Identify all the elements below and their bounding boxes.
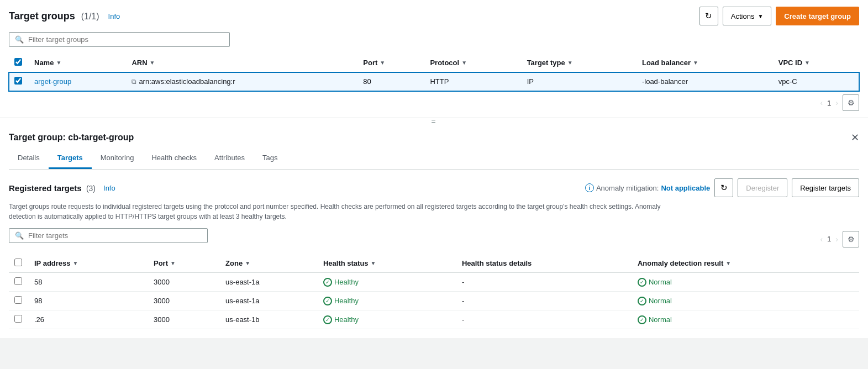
target-type-sort-icon[interactable]: ▼ <box>567 60 573 66</box>
anomaly-sort-icon[interactable]: ▼ <box>725 260 731 266</box>
section-actions: i Anomaly mitigation: Not applicable ↻ D… <box>585 178 859 197</box>
table-settings-button[interactable]: ⚙ <box>843 94 859 111</box>
target-row[interactable]: 98 3000 us-east-1a ✓ Healthy - ✓ Normal <box>9 292 859 310</box>
detail-panel: Target group: cb-target-group ✕ Details … <box>0 125 868 338</box>
prev-page-button[interactable]: ‹ <box>820 98 823 107</box>
panel-header: Target group: cb-target-group ✕ <box>0 125 868 144</box>
target-zone: us-east-1a <box>220 273 318 292</box>
tab-monitoring[interactable]: Monitoring <box>92 148 143 169</box>
row-checkbox[interactable] <box>14 77 22 85</box>
anomaly-info-icon: i <box>585 183 594 192</box>
tab-details[interactable]: Details <box>9 148 49 169</box>
target-row[interactable]: 58 3000 us-east-1a ✓ Healthy - ✓ Normal <box>9 273 859 292</box>
col-health-details: Health status details <box>456 254 632 273</box>
section-title: Registered targets (3) <box>9 183 96 193</box>
target-group-link[interactable]: arget-group <box>34 77 71 86</box>
col-header-protocol: Protocol ▼ <box>424 54 521 72</box>
col-header-name: Name ▼ <box>29 54 126 72</box>
target-health-details: - <box>456 292 632 310</box>
target-health-status: ✓ Healthy <box>318 310 456 329</box>
actions-label: Actions <box>731 12 755 20</box>
col-header-arn: ARN ▼ <box>126 54 357 72</box>
normal-label: Normal <box>649 315 672 324</box>
filter-input[interactable] <box>28 35 224 44</box>
normal-check-icon: ✓ <box>638 315 646 324</box>
target-checkbox-cell <box>9 273 29 292</box>
row-port-cell: 80 <box>357 72 424 91</box>
info-link[interactable]: Info <box>108 12 120 20</box>
health-label: Healthy <box>334 297 359 305</box>
target-checkbox[interactable] <box>14 296 22 304</box>
target-port: 3000 <box>148 310 220 329</box>
title-area: Target groups (1/1) Info <box>9 10 120 22</box>
target-ip: 98 <box>29 292 148 310</box>
table-row[interactable]: arget-group ⧉ arn:aws:elasticloadbalanci… <box>9 72 859 91</box>
col-zone: Zone ▼ <box>220 254 318 273</box>
col-header-target-type: Target type ▼ <box>522 54 636 72</box>
target-health-details: - <box>456 273 632 292</box>
top-actions-bar: ↻ Actions ▼ Create target group <box>699 7 859 25</box>
arn-sort-icon[interactable]: ▼ <box>150 60 155 66</box>
protocol-sort-icon[interactable]: ▼ <box>461 60 467 66</box>
create-target-group-button[interactable]: Create target group <box>776 7 859 25</box>
register-targets-button[interactable]: Register targets <box>792 178 859 197</box>
select-all-checkbox[interactable] <box>14 58 22 66</box>
row-vpc-cell: vpc-C <box>773 72 859 91</box>
anomaly-badge: i Anomaly mitigation: Not applicable <box>585 183 710 192</box>
normal-check-icon: ✓ <box>638 278 646 287</box>
target-port: 3000 <box>148 273 220 292</box>
select-all-header <box>9 54 29 72</box>
name-sort-icon[interactable]: ▼ <box>56 60 61 66</box>
resize-handle[interactable]: = <box>0 118 868 125</box>
section-header: Registered targets (3) Info i Anomaly mi… <box>9 178 859 197</box>
health-label: Healthy <box>334 278 359 286</box>
col-ip: IP address ▼ <box>29 254 148 273</box>
tab-tags[interactable]: Tags <box>254 148 286 169</box>
targets-page-number: 1 <box>827 235 831 243</box>
tab-targets[interactable]: Targets <box>49 148 92 169</box>
vpc-sort-icon[interactable]: ▼ <box>804 60 810 66</box>
targets-settings-button[interactable]: ⚙ <box>843 231 859 247</box>
targets-select-all-header <box>9 254 29 273</box>
target-anomaly-result: ✓ Normal <box>632 273 859 292</box>
targets-prev-page[interactable]: ‹ <box>820 235 823 244</box>
row-name-cell: arget-group <box>29 72 126 91</box>
targets-next-page[interactable]: › <box>835 235 838 244</box>
tab-health-checks[interactable]: Health checks <box>143 148 206 169</box>
target-health-status: ✓ Healthy <box>318 292 456 310</box>
targets-info-link[interactable]: Info <box>103 184 115 192</box>
col-header-load-balancer: Load balancer ▼ <box>636 54 773 72</box>
target-row[interactable]: .26 3000 us-east-1b ✓ Healthy - ✓ Normal <box>9 310 859 329</box>
refresh-button[interactable]: ↻ <box>699 7 718 25</box>
normal-label: Normal <box>649 278 672 286</box>
page-title: Target groups (1/1) <box>9 10 99 22</box>
row-arn-cell: ⧉ arn:aws:elasticloadbalancing:r <box>126 72 357 91</box>
filter-bar: 🔍 <box>9 32 230 47</box>
target-checkbox[interactable] <box>14 277 22 285</box>
zone-sort-icon[interactable]: ▼ <box>245 260 250 266</box>
refresh-targets-button[interactable]: ↻ <box>714 178 733 197</box>
target-ip: .26 <box>29 310 148 329</box>
health-sort-icon[interactable]: ▼ <box>371 260 376 266</box>
target-checkbox[interactable] <box>14 315 22 323</box>
col-anomaly-result: Anomaly detection result ▼ <box>632 254 859 273</box>
col-port: Port ▼ <box>148 254 220 273</box>
row-checkbox-cell <box>9 72 29 91</box>
targets-select-all[interactable] <box>14 259 22 266</box>
top-pagination: ‹ 1 › ⚙ <box>9 91 859 111</box>
panel-title: Target group: cb-target-group <box>9 133 134 143</box>
lb-sort-icon[interactable]: ▼ <box>693 60 698 66</box>
ip-sort-icon[interactable]: ▼ <box>73 260 78 266</box>
port2-sort-icon[interactable]: ▼ <box>170 260 176 266</box>
close-panel-button[interactable]: ✕ <box>851 131 859 144</box>
targets-filter-input[interactable] <box>28 231 202 240</box>
chevron-down-icon: ▼ <box>757 13 763 19</box>
targets-section: Registered targets (3) Info i Anomaly mi… <box>0 170 868 338</box>
actions-button[interactable]: Actions ▼ <box>723 7 772 25</box>
tab-attributes[interactable]: Attributes <box>206 148 254 169</box>
next-page-button[interactable]: › <box>835 98 838 107</box>
port-sort-icon[interactable]: ▼ <box>380 60 385 66</box>
deregister-button[interactable]: Deregister <box>738 178 787 197</box>
top-header: Target groups (1/1) Info ↻ Actions ▼ Cre… <box>9 7 859 25</box>
search-icon: 🔍 <box>15 231 24 240</box>
